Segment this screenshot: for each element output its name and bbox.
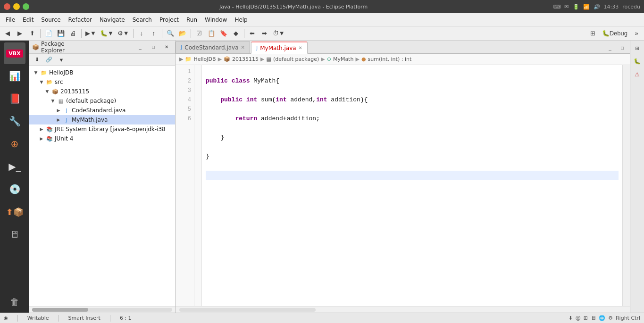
src-arrow: ▼ — [39, 79, 44, 85]
tab-codestandard-close[interactable]: ✕ — [241, 45, 245, 50]
sidebar-ubuntu[interactable]: ⊕ — [4, 133, 25, 155]
editor-maximize-btn[interactable]: □ — [617, 42, 628, 53]
toolbar-marker[interactable]: 🔖 — [218, 28, 229, 39]
toolbar-forward[interactable]: ▶ — [14, 28, 25, 39]
tree-item-codestandard[interactable]: ▶ J CodeStandard.java — [29, 106, 175, 115]
hellojdb-icon: 📁 — [40, 69, 48, 76]
code-line-2: public int sum(int addend,int addition){ — [206, 95, 619, 105]
toolbar-save[interactable]: 💾 — [55, 28, 67, 39]
toolbar-debug-dropdown[interactable]: 🐛▼ — [99, 28, 115, 39]
code-editor[interactable]: 1 2 3 4 5 6 public class MyMath{ public … — [176, 65, 630, 306]
tab-mymath-close[interactable]: ✕ — [299, 45, 302, 50]
pkg-link-btn[interactable]: 🔗 — [43, 54, 55, 66]
right-bug[interactable]: 🐛 — [632, 56, 643, 67]
tree-item-default-pkg[interactable]: ▼ ▦ (default package) — [29, 96, 175, 106]
status-icon-2[interactable]: @ — [576, 315, 581, 321]
tree-item-hellojdb[interactable]: ▼ 📁 HelloJDB — [29, 68, 175, 77]
tree-item-src[interactable]: ▼ 📂 src — [29, 77, 175, 87]
menu-search[interactable]: Search — [129, 15, 156, 25]
tree-item-junit[interactable]: ▶ 📚 JUnit 4 — [29, 134, 175, 143]
bc-pkg-icon: ▦ — [267, 56, 271, 62]
sidebar-monitor[interactable]: 🖥 — [4, 224, 25, 245]
bc-method[interactable]: sum(int, int) : int — [368, 56, 412, 62]
status-sep-1 — [17, 315, 18, 322]
sidebar-vbx[interactable]: VBX — [4, 42, 25, 64]
toolbar-prev-annotation[interactable]: ↑ — [148, 28, 159, 39]
toolbar-sep-6 — [244, 29, 244, 38]
menu-refactor[interactable]: Refactor — [65, 15, 96, 25]
tree-item-20135115[interactable]: ▼ 📦 20135115 — [29, 87, 175, 96]
sidebar-gear[interactable]: 🔧 — [4, 110, 25, 132]
tree-item-mymath[interactable]: ▶ J MyMath.java — [29, 115, 175, 124]
pkg-maximize-btn[interactable]: □ — [148, 41, 159, 53]
package-panel-scrollbar[interactable] — [29, 306, 175, 313]
bc-20135115[interactable]: 20135115 — [232, 56, 259, 62]
window-title: Java - HelloJDB/20135115/MyMath.java - E… — [34, 4, 553, 10]
window-controls[interactable] — [4, 3, 29, 10]
sidebar-spreadsheet[interactable]: 📊 — [4, 65, 25, 87]
toolbar-overflow[interactable]: » — [631, 28, 642, 39]
toolbar-up[interactable]: ⬆ — [26, 28, 38, 39]
tab-mymath[interactable]: J MyMath.java ✕ — [251, 41, 308, 54]
package-explorer-icon: 📦 — [32, 44, 39, 50]
status-icon-6[interactable]: ⚙ — [608, 315, 613, 321]
bc-default-pkg[interactable]: (default package) — [273, 56, 319, 62]
menu-window[interactable]: Window — [201, 15, 231, 25]
tree-item-jre[interactable]: ▶ 📚 JRE System Library [java-6-openjdk-i… — [29, 124, 175, 134]
toolbar-ext-tools[interactable]: ⚙▼ — [116, 28, 131, 39]
sidebar-terminal[interactable]: ▶_ — [4, 156, 25, 177]
bc-hellojdb[interactable]: HelloJDB — [193, 56, 216, 62]
close-button[interactable] — [4, 3, 10, 10]
status-icon-4[interactable]: 🖥 — [591, 315, 596, 321]
title-bar: Java - HelloJDB/20135115/MyMath.java - E… — [0, 0, 644, 13]
toolbar-next[interactable]: ➡ — [259, 28, 270, 39]
bc-mymath[interactable]: MyMath — [333, 56, 354, 62]
editor-hscrollbar[interactable] — [176, 306, 630, 313]
pkg-view-menu[interactable]: ▼ — [56, 54, 67, 66]
menu-edit[interactable]: Edit — [19, 15, 37, 25]
toolbar-back[interactable]: ◀ — [2, 28, 13, 39]
menu-run[interactable]: Run — [183, 15, 201, 25]
sidebar-trash[interactable]: 🗑 — [4, 291, 25, 313]
pkg-minimize-btn[interactable]: _ — [134, 41, 146, 53]
tab-codestandard[interactable]: J CodeStandard.java ✕ — [176, 41, 250, 53]
toolbar-prev[interactable]: ⬅ — [247, 28, 258, 39]
toolbar-search[interactable]: 🔍 — [165, 28, 176, 39]
debug-label: Debug — [610, 30, 627, 37]
status-icon-5[interactable]: 🌐 — [599, 315, 605, 321]
debug-perspective-btn[interactable]: 🐛 Debug — [601, 28, 629, 39]
toolbar-history[interactable]: ⏱▼ — [271, 28, 286, 39]
toolbar-run-dropdown[interactable]: ▶▼ — [84, 28, 98, 39]
status-icon-3[interactable]: ⊞ — [584, 315, 588, 321]
pkg-collapse-btn[interactable]: ⬇ — [31, 54, 42, 66]
minimize-button[interactable] — [13, 3, 20, 10]
menu-help[interactable]: Help — [231, 15, 251, 25]
toolbar-perspectives[interactable]: ⊞ — [587, 28, 599, 39]
toolbar-bookmark[interactable]: ◆ — [230, 28, 242, 39]
bc-arrow: ▶ — [179, 56, 183, 62]
toolbar-next-annotation[interactable]: ↓ — [136, 28, 147, 39]
toolbar-print[interactable]: 🖨 — [67, 28, 79, 39]
toolbar-task-2[interactable]: 📋 — [206, 28, 217, 39]
pkg-close-btn[interactable]: ✕ — [161, 41, 172, 53]
editor-scrollbar[interactable] — [622, 65, 630, 306]
sidebar-book[interactable]: 📕 — [4, 88, 25, 109]
right-perspectives[interactable]: ⊞ — [632, 42, 643, 54]
code-content[interactable]: public class MyMath{ public int sum(int … — [202, 65, 622, 306]
toolbar-task[interactable]: ☑ — [193, 28, 205, 39]
sidebar-database[interactable]: 💿 — [4, 178, 25, 200]
menu-project[interactable]: Project — [156, 15, 183, 25]
sidebar-upload[interactable]: ⬆📦 — [4, 201, 25, 223]
terminal-icon: ▶_ — [8, 161, 20, 172]
toolbar-sep-5 — [191, 29, 191, 38]
toolbar-new[interactable]: 📄 — [43, 28, 54, 39]
right-warning[interactable]: ⚠ — [632, 69, 643, 80]
editor-minimize-btn[interactable]: _ — [604, 42, 616, 53]
status-icon-1[interactable]: ⬇ — [569, 315, 573, 321]
menu-source[interactable]: Source — [37, 15, 64, 25]
toolbar-open-type[interactable]: 📂 — [177, 28, 188, 39]
ubuntu-icon: ⊕ — [11, 138, 19, 149]
maximize-button[interactable] — [23, 3, 29, 10]
menu-file[interactable]: File — [2, 15, 19, 25]
menu-navigate[interactable]: Navigate — [96, 15, 129, 25]
